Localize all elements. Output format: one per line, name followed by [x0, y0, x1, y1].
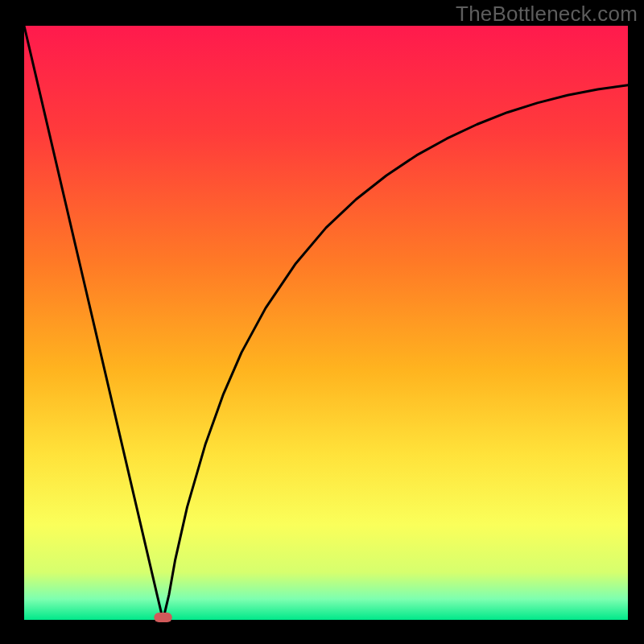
plot-area	[24, 26, 628, 620]
optimum-marker	[154, 613, 172, 622]
chart-svg	[0, 0, 644, 644]
watermark-text: TheBottleneck.com	[456, 2, 638, 27]
chart-container: TheBottleneck.com	[0, 0, 644, 644]
